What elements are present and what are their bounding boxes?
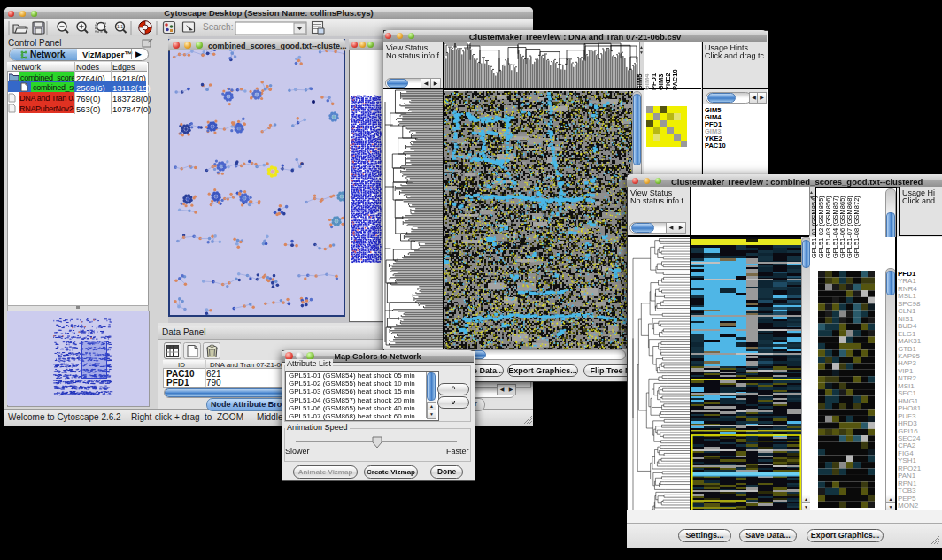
svg-text:1:1: 1:1 bbox=[117, 24, 123, 29]
svg-text:Search:: Search: bbox=[203, 22, 233, 32]
